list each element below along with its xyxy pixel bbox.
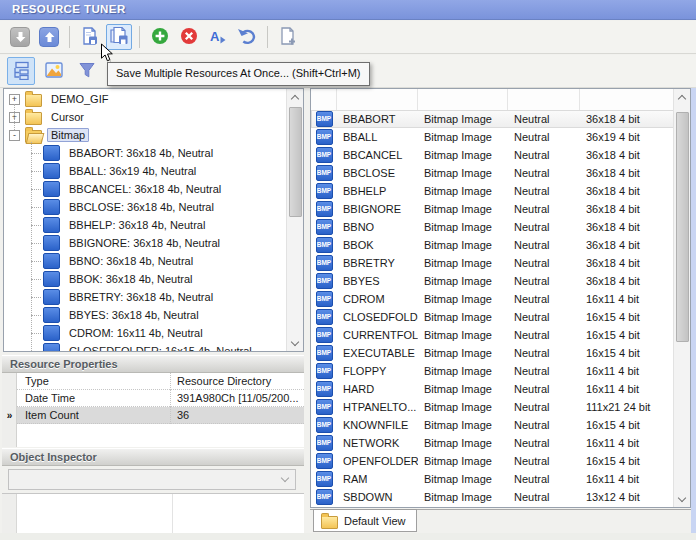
table-row[interactable]: BMP BBRETRY Bitmap Image Neutral 36x18 4… <box>311 254 674 272</box>
tree-item[interactable]: BBOK: 36x18 4b, Neutral <box>4 270 287 288</box>
scrollbar-thumb[interactable] <box>676 112 689 342</box>
table-row[interactable]: BMP CURRENTFOL... Bitmap Image Neutral 1… <box>311 326 674 344</box>
scroll-up-button[interactable] <box>674 89 690 105</box>
tree-item[interactable]: BBALL: 36x19 4b, Neutral <box>4 162 287 180</box>
delete-icon <box>180 27 198 47</box>
table-row[interactable]: BMP BBHELP Bitmap Image Neutral 36x18 4 … <box>311 182 674 200</box>
expand-toggle-icon[interactable]: - <box>9 130 20 141</box>
add-resource-button[interactable] <box>147 24 173 50</box>
table-row[interactable]: BMP BBIGNORE Bitmap Image Neutral 36x18 … <box>311 200 674 218</box>
tree-item[interactable]: BBCLOSE: 36x18 4b, Neutral <box>4 198 287 216</box>
property-row[interactable]: Date Time 391A980Ch [11/05/200... <box>2 390 304 407</box>
tree-item-label: BBALL: 36x19 4b, Neutral <box>65 163 200 179</box>
tree-item-icon <box>43 181 60 197</box>
row-icon-cell: BMP <box>311 129 337 145</box>
tree-item-icon <box>25 130 42 143</box>
column-header[interactable] <box>508 89 580 110</box>
column-header[interactable] <box>580 89 674 110</box>
delete-resource-button[interactable] <box>176 24 202 50</box>
tree-item[interactable]: + Cursor <box>4 108 287 126</box>
tree-item[interactable]: + DEMO_GIF <box>4 90 287 108</box>
table-row[interactable]: BMP BBOK Bitmap Image Neutral 36x18 4 bi… <box>311 236 674 254</box>
tree-item[interactable]: BBHELP: 36x18 4b, Neutral <box>4 216 287 234</box>
resource-properties-title: Resource Properties <box>10 358 118 370</box>
table-row[interactable]: BMP CDROM Bitmap Image Neutral 16x11 4 b… <box>311 290 674 308</box>
table-row[interactable]: BMP BBABORT Bitmap Image Neutral 36x18 4… <box>311 110 674 128</box>
scroll-down-button[interactable] <box>674 491 690 507</box>
scroll-up-button[interactable] <box>287 89 303 105</box>
language-cell: Neutral <box>508 329 580 341</box>
tree-item-icon <box>43 343 60 351</box>
type-cell: Bitmap Image <box>418 221 508 233</box>
resource-cell: BBOK <box>337 239 418 251</box>
table-row[interactable]: BMP KNOWNFILE Bitmap Image Neutral 16x15… <box>311 416 674 434</box>
table-row[interactable]: BMP BBYES Bitmap Image Neutral 36x18 4 b… <box>311 272 674 290</box>
table-row[interactable]: BMP CLOSEDFOLD... Bitmap Image Neutral 1… <box>311 308 674 326</box>
resource-cell: KNOWNFILE <box>337 419 418 431</box>
tree-item[interactable]: BBIGNORE: 36x18 4b, Neutral <box>4 234 287 252</box>
bmp-file-icon: BMP <box>316 453 333 469</box>
type-cell: Bitmap Image <box>418 401 508 413</box>
filter-button[interactable] <box>73 57 101 85</box>
tree-item[interactable]: - Bitmap <box>4 126 287 144</box>
resource-cell: BBNO <box>337 221 418 233</box>
tree-view-toggle-button[interactable] <box>7 57 35 85</box>
table-row[interactable]: BMP NETWORK Bitmap Image Neutral 16x11 4… <box>311 434 674 452</box>
mouse-cursor-icon <box>100 43 114 65</box>
details-cell: 36x18 4 bit <box>580 239 674 251</box>
expand-toggle-icon[interactable]: + <box>9 94 20 105</box>
table-row[interactable]: BMP BBNO Bitmap Image Neutral 36x18 4 bi… <box>311 218 674 236</box>
language-cell: Neutral <box>508 131 580 143</box>
bmp-file-icon: BMP <box>316 471 333 487</box>
table-row[interactable]: BMP BBALL Bitmap Image Neutral 36x19 4 b… <box>311 128 674 146</box>
tree-item[interactable]: CLOSEDFOLDER: 16x15 4b, Neutral <box>4 342 287 351</box>
tree-item[interactable]: CDROM: 16x11 4b, Neutral <box>4 324 287 342</box>
table-row[interactable]: BMP BBCANCEL Bitmap Image Neutral 36x18 … <box>311 146 674 164</box>
resource-cell: BBALL <box>337 131 418 143</box>
object-inspector-combobox[interactable] <box>8 469 296 490</box>
bmp-file-icon: BMP <box>316 183 333 199</box>
scroll-down-button[interactable] <box>287 335 303 351</box>
table-scrollbar[interactable] <box>673 89 690 507</box>
table-row[interactable]: BMP BBCLOSE Bitmap Image Neutral 36x18 4… <box>311 164 674 182</box>
tab-default-view[interactable]: Default View <box>313 509 417 532</box>
language-cell: Neutral <box>508 221 580 233</box>
type-cell: Bitmap Image <box>418 311 508 323</box>
table-row[interactable]: BMP RAM Bitmap Image Neutral 16x11 4 bit <box>311 470 674 488</box>
type-cell: Bitmap Image <box>418 347 508 359</box>
tree-view-icon <box>11 60 31 82</box>
tree-item[interactable]: BBRETRY: 36x18 4b, Neutral <box>4 288 287 306</box>
nav-up-button[interactable] <box>36 24 62 50</box>
title-bar[interactable]: RESOURCE TUNER <box>0 0 696 20</box>
tree-item[interactable]: BBNO: 36x18 4b, Neutral <box>4 252 287 270</box>
column-header[interactable] <box>337 89 418 110</box>
tree-item-icon <box>43 145 60 161</box>
tree-scrollbar[interactable] <box>286 89 303 351</box>
undo-button[interactable] <box>234 24 260 50</box>
type-cell: Bitmap Image <box>418 167 508 179</box>
new-item-button[interactable] <box>275 24 301 50</box>
table-row[interactable]: BMP HARD Bitmap Image Neutral 16x11 4 bi… <box>311 380 674 398</box>
column-header[interactable] <box>418 89 508 110</box>
scrollbar-thumb[interactable] <box>289 107 302 217</box>
type-cell: Bitmap Image <box>418 365 508 377</box>
property-row[interactable]: » Item Count 36 <box>2 407 304 424</box>
tree-item[interactable]: BBABORT: 36x18 4b, Neutral <box>4 144 287 162</box>
property-row[interactable]: Type Resource Directory <box>2 373 304 390</box>
tree-item[interactable]: BBCANCEL: 36x18 4b, Neutral <box>4 180 287 198</box>
tree-item[interactable]: BBYES: 36x18 4b, Neutral <box>4 306 287 324</box>
language-button[interactable]: A <box>205 24 231 50</box>
undo-icon <box>237 27 257 47</box>
nav-down-button[interactable] <box>7 24 33 50</box>
tree-item-icon <box>25 112 42 125</box>
row-icon-cell: BMP <box>311 363 337 379</box>
table-row[interactable]: BMP EXECUTABLE Bitmap Image Neutral 16x1… <box>311 344 674 362</box>
table-row[interactable]: BMP FLOPPY Bitmap Image Neutral 16x11 4 … <box>311 362 674 380</box>
language-cell: Neutral <box>508 257 580 269</box>
row-icon-cell: BMP <box>311 183 337 199</box>
table-row[interactable]: BMP SBDOWN Bitmap Image Neutral 13x12 4 … <box>311 488 674 506</box>
table-row[interactable]: BMP OPENFOLDER Bitmap Image Neutral 16x1… <box>311 452 674 470</box>
icon-column-header[interactable] <box>311 89 337 110</box>
table-row[interactable]: BMP HTPANELTO... Bitmap Image Neutral 11… <box>311 398 674 416</box>
image-view-button[interactable] <box>40 57 68 85</box>
